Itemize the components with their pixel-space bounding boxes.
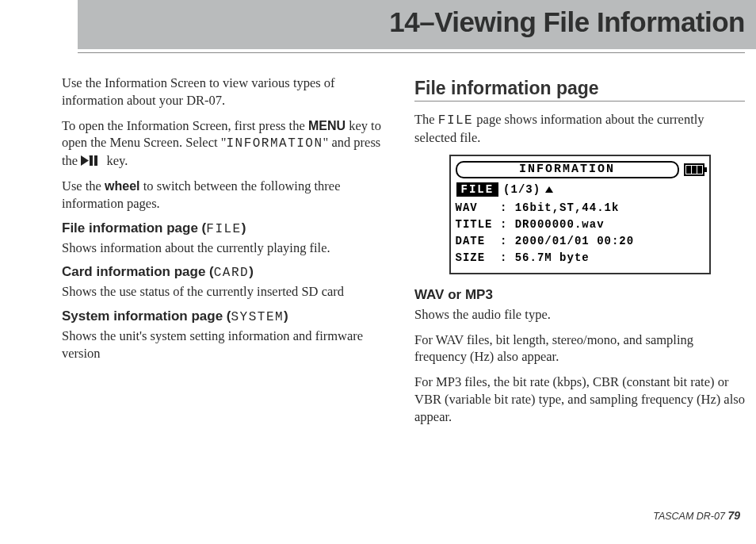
card-mono: CARD xyxy=(214,266,249,280)
right-para-3: For WAV files, bit length, stereo/mono, … xyxy=(414,331,745,366)
lcd-top-bar: INFORMATION xyxy=(456,161,704,178)
page-number: 79 xyxy=(727,509,740,522)
text: To open the Information Screen, first pr… xyxy=(62,118,308,133)
lcd-line-date: DATE : 2000/01/01 00:20 xyxy=(456,233,704,250)
wheel-label: wheel xyxy=(105,179,139,193)
battery-icon xyxy=(684,163,704,176)
text: File information page ( xyxy=(62,220,206,236)
text: ) xyxy=(249,264,254,279)
text: The xyxy=(414,112,438,127)
desc-file-info: Shows information about the currently pl… xyxy=(62,239,392,257)
desc-system-info: Shows the unit's system setting informat… xyxy=(62,328,392,362)
header-band: 14–Viewing File Information xyxy=(0,0,756,59)
subhead-card-info: Card information page (CARD) xyxy=(62,264,392,280)
text: key. xyxy=(103,153,128,168)
page-footer: TASCAM DR-07 79 xyxy=(653,509,740,522)
desc-card-info: Shows the use status of the currently in… xyxy=(62,283,392,301)
system-mono: SYSTEM xyxy=(231,310,284,324)
subhead-wav-mp3: WAV or MP3 xyxy=(414,287,745,303)
section-title-file-info-page: File information page xyxy=(414,78,745,102)
svg-marker-0 xyxy=(81,155,89,166)
left-column: Use the Information Screen to view vario… xyxy=(62,75,392,433)
lcd-tab-row: FILE (1/3) xyxy=(456,182,555,197)
text: System information page ( xyxy=(62,308,231,324)
header-rule xyxy=(78,52,745,53)
menu-key-label: MENU xyxy=(308,119,346,132)
lcd-tab-label: FILE xyxy=(456,182,499,197)
lcd-line-title: TITLE : DR000000.wav xyxy=(456,216,704,233)
right-para-1: The FILE page shows information about th… xyxy=(414,111,745,147)
text: Use the xyxy=(62,178,105,193)
file-mono: FILE xyxy=(206,222,241,236)
lcd-screenshot: INFORMATION FILE (1/3) WAV : 16bit,ST,44… xyxy=(449,155,711,274)
chapter-title: 14–Viewing File Information xyxy=(389,6,745,38)
up-triangle-icon xyxy=(545,186,553,193)
subhead-system-info: System information page (SYSTEM) xyxy=(62,308,392,324)
lcd-line-size: SIZE : 56.7M byte xyxy=(456,250,704,266)
subhead-file-info: File information page (FILE) xyxy=(62,220,392,236)
text: Card information page ( xyxy=(62,264,214,279)
text: ) xyxy=(284,308,288,324)
text: ) xyxy=(242,220,246,236)
lcd-title-pill: INFORMATION xyxy=(456,161,679,178)
play-pause-icon xyxy=(81,155,103,166)
intro-para-3: Use the wheel to switch between the foll… xyxy=(62,178,392,213)
manual-page: 14–Viewing File Information Use the Info… xyxy=(0,0,756,544)
lcd-line-wav: WAV : 16bit,ST,44.1k xyxy=(456,200,704,216)
information-mono: INFORMATION xyxy=(226,136,323,151)
intro-para-1: Use the Information Screen to view vario… xyxy=(62,75,392,109)
right-para-4: For MP3 files, the bit rate (kbps), CBR … xyxy=(414,374,745,425)
lcd-tab-count: (1/3) xyxy=(503,183,540,196)
intro-para-2: To open the Information Screen, first pr… xyxy=(62,117,392,170)
right-column: File information page The FILE page show… xyxy=(414,75,745,433)
content-columns: Use the Information Screen to view vario… xyxy=(0,75,756,433)
file-mono-2: FILE xyxy=(438,113,473,128)
svg-rect-2 xyxy=(94,155,97,166)
right-para-2: Shows the audio file type. xyxy=(414,306,745,324)
product-name: TASCAM DR-07 xyxy=(653,511,727,522)
